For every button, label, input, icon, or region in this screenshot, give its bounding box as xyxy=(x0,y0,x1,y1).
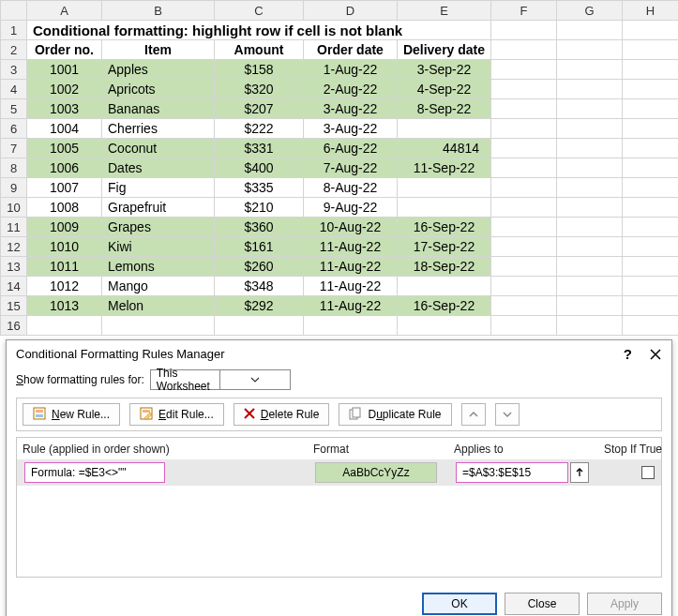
ok-button[interactable]: OK xyxy=(422,593,497,615)
cell-item[interactable]: Mango xyxy=(102,277,215,296)
col-header[interactable]: E xyxy=(398,1,491,21)
cell-item[interactable]: Cherries xyxy=(102,119,215,139)
cell-amount[interactable]: $360 xyxy=(215,218,304,237)
cell-amount[interactable]: $331 xyxy=(215,139,304,158)
row-header[interactable]: 4 xyxy=(1,80,27,99)
cell-amount[interactable]: $210 xyxy=(215,198,304,218)
row-header[interactable]: 13 xyxy=(1,257,27,277)
header-item[interactable]: Item xyxy=(102,40,215,60)
cell-item[interactable]: Kiwi xyxy=(102,237,215,257)
spreadsheet[interactable]: A B C D E F G H 1 Conditional formatting… xyxy=(0,0,678,336)
cell-item[interactable]: Dates xyxy=(102,158,215,178)
cell-orderdate[interactable]: 11-Aug-22 xyxy=(304,237,398,257)
cell-order[interactable]: 1009 xyxy=(27,218,102,237)
help-icon[interactable]: ? xyxy=(624,346,632,362)
cell-amount[interactable]: $161 xyxy=(215,237,304,257)
cell-order[interactable]: 1003 xyxy=(27,99,102,119)
range-picker-button[interactable] xyxy=(570,462,589,483)
cell-delivery[interactable]: 11-Sep-22 xyxy=(398,158,491,178)
header-order[interactable]: Order no. xyxy=(27,40,102,60)
row-header[interactable]: 2 xyxy=(1,40,27,60)
col-header[interactable]: H xyxy=(623,1,679,21)
cell-delivery[interactable] xyxy=(398,178,491,198)
cell-order[interactable]: 1007 xyxy=(27,178,102,198)
col-header[interactable]: A xyxy=(27,1,102,21)
cell-orderdate[interactable]: 7-Aug-22 xyxy=(304,158,398,178)
cell-order[interactable]: 1012 xyxy=(27,277,102,296)
chevron-down-icon[interactable] xyxy=(219,370,290,389)
col-header[interactable]: B xyxy=(102,1,215,21)
close-button[interactable]: Close xyxy=(505,593,580,615)
stop-if-true-checkbox[interactable] xyxy=(641,466,655,479)
edit-rule-button[interactable]: Edit Rule... xyxy=(129,403,224,426)
row-header[interactable]: 5 xyxy=(1,99,27,119)
cell-item[interactable]: Lemons xyxy=(102,257,215,277)
cell-item[interactable]: Coconut xyxy=(102,139,215,158)
row-header[interactable]: 3 xyxy=(1,60,27,80)
cell-delivery[interactable]: 16-Sep-22 xyxy=(398,218,491,237)
cell-amount[interactable]: $260 xyxy=(215,257,304,277)
cell-orderdate[interactable]: 3-Aug-22 xyxy=(304,119,398,139)
col-header[interactable]: G xyxy=(557,1,623,21)
cell-order[interactable]: 1008 xyxy=(27,198,102,218)
cell-order[interactable]: 1002 xyxy=(27,80,102,99)
header-orderdate[interactable]: Order date xyxy=(304,40,398,60)
cell-orderdate[interactable]: 2-Aug-22 xyxy=(304,80,398,99)
cell-orderdate[interactable]: 11-Aug-22 xyxy=(304,257,398,277)
move-down-button[interactable] xyxy=(495,403,520,426)
cell-orderdate[interactable]: 3-Aug-22 xyxy=(304,99,398,119)
cell-delivery[interactable]: 8-Sep-22 xyxy=(398,99,491,119)
move-up-button[interactable] xyxy=(461,403,486,426)
cell-order[interactable]: 1005 xyxy=(27,139,102,158)
row-header[interactable]: 10 xyxy=(1,198,27,218)
cell-delivery[interactable]: 44814 xyxy=(398,139,491,158)
cell-order[interactable]: 1010 xyxy=(27,237,102,257)
row-header[interactable]: 9 xyxy=(1,178,27,198)
cell-orderdate[interactable]: 11-Aug-22 xyxy=(304,277,398,296)
cell-orderdate[interactable]: 9-Aug-22 xyxy=(304,198,398,218)
row-header[interactable]: 16 xyxy=(1,316,27,336)
cell-delivery[interactable] xyxy=(398,198,491,218)
row-header[interactable]: 15 xyxy=(1,296,27,316)
cell-orderdate[interactable]: 11-Aug-22 xyxy=(304,296,398,316)
cell-amount[interactable]: $292 xyxy=(215,296,304,316)
select-all-corner[interactable] xyxy=(1,1,27,21)
cell-item[interactable]: Apricots xyxy=(102,80,215,99)
cell-amount[interactable]: $320 xyxy=(215,80,304,99)
cell-delivery[interactable]: 18-Sep-22 xyxy=(398,257,491,277)
col-header[interactable]: F xyxy=(491,1,557,21)
cell-order[interactable]: 1011 xyxy=(27,257,102,277)
cell-item[interactable]: Bananas xyxy=(102,99,215,119)
row-header[interactable]: 7 xyxy=(1,139,27,158)
cell-delivery[interactable] xyxy=(398,277,491,296)
cell-item[interactable]: Grapefruit xyxy=(102,198,215,218)
cell-orderdate[interactable]: 8-Aug-22 xyxy=(304,178,398,198)
cell-amount[interactable]: $207 xyxy=(215,99,304,119)
cell-orderdate[interactable]: 1-Aug-22 xyxy=(304,60,398,80)
delete-rule-button[interactable]: Delete Rule xyxy=(234,403,330,426)
row-header[interactable]: 1 xyxy=(1,21,27,40)
applies-to-input[interactable]: =$A$3:$E$15 xyxy=(456,462,568,483)
cell-amount[interactable]: $348 xyxy=(215,277,304,296)
col-header[interactable]: D xyxy=(304,1,398,21)
row-header[interactable]: 8 xyxy=(1,158,27,178)
cell-delivery[interactable]: 3-Sep-22 xyxy=(398,60,491,80)
header-delivery[interactable]: Delivery date xyxy=(398,40,491,60)
cell-order[interactable]: 1001 xyxy=(27,60,102,80)
cell-amount[interactable]: $335 xyxy=(215,178,304,198)
row-header[interactable]: 6 xyxy=(1,119,27,139)
cell-amount[interactable]: $400 xyxy=(215,158,304,178)
row-header[interactable]: 12 xyxy=(1,237,27,257)
header-amount[interactable]: Amount xyxy=(215,40,304,60)
sheet-title[interactable]: Conditional formatting: highlight row if… xyxy=(27,21,491,40)
cell-delivery[interactable]: 4-Sep-22 xyxy=(398,80,491,99)
rule-row[interactable]: Formula: =$E3<>"" AaBbCcYyZz =$A$3:$E$15 xyxy=(17,459,661,486)
rule-formula[interactable]: Formula: =$E3<>"" xyxy=(24,462,165,483)
cell-item[interactable]: Fig xyxy=(102,178,215,198)
cell-item[interactable]: Grapes xyxy=(102,218,215,237)
new-rule-button[interactable]: New Rule... xyxy=(23,403,120,426)
apply-button[interactable]: Apply xyxy=(587,593,662,615)
cell-orderdate[interactable]: 10-Aug-22 xyxy=(304,218,398,237)
cell-delivery[interactable]: 17-Sep-22 xyxy=(398,237,491,257)
close-icon[interactable] xyxy=(649,348,662,361)
